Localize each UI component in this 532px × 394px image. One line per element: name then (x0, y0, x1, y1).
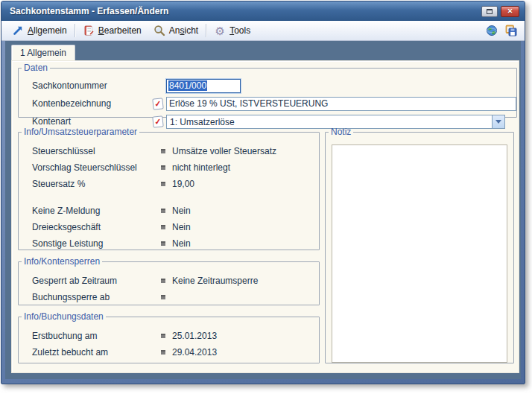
field-label: Sonstige Leistung (32, 238, 161, 249)
group-daten-legend: Daten (22, 63, 50, 73)
row-gesperrt-ab-zeitraum: Gesperrt ab Zeitraum Keine Zeitraumsperr… (19, 273, 319, 289)
field-value: 29.04.2013 (172, 347, 217, 358)
field-value: 19,00 (172, 179, 194, 189)
menu-bearbeiten-label: Bearbeiten (98, 25, 142, 36)
kontenbezeichnung-input[interactable] (166, 97, 516, 111)
field-value: Keine Zeitraumsperre (172, 276, 258, 286)
bullet-icon (161, 225, 165, 229)
toolbar-separator (75, 24, 75, 37)
field-value: Nein (172, 238, 191, 249)
field-label: Zuletzt bebucht am (32, 347, 161, 358)
app-window: Sachkontenstamm - Erfassen/Ändern ✕ Allg… (1, 1, 525, 384)
bullet-icon (161, 182, 165, 186)
restore-icon (487, 9, 493, 14)
gears-icon: ⚙ (214, 25, 226, 36)
close-icon: ✕ (507, 8, 513, 15)
sachkontonummer-value: 8401/000 (168, 80, 207, 91)
row-keine-z-meldung: Keine Z-Meldung Nein (19, 203, 319, 219)
group-daten: Daten Sachkontonummer 8401/000 Kontenbez… (18, 63, 517, 118)
row-dreiecksgeschaeft: Dreiecksgeschäft Nein (19, 219, 319, 235)
kontenart-label: Kontenart (32, 116, 153, 127)
magnifier-icon (153, 25, 165, 36)
row-erstbuchung-am: Erstbuchung am 25.01.2013 (19, 328, 319, 344)
bullet-icon (161, 279, 165, 283)
bullet-icon (161, 295, 165, 299)
save-icon[interactable] (505, 25, 517, 36)
field-value: Umsätze voller Steuersatz (172, 146, 276, 156)
menu-tools-label: Tools (229, 25, 250, 36)
restore-button[interactable] (481, 6, 498, 17)
globe-icon[interactable] (486, 25, 498, 36)
field-label: Gesperrt ab Zeitraum (32, 276, 161, 286)
toolbar: Allgemein Bearbeiten (1, 21, 525, 41)
row-steuersatz: Steuersatz % 19,00 (19, 176, 319, 192)
kontenart-check-icon[interactable]: ✓ (152, 115, 163, 127)
field-value: nicht hinterlegt (172, 162, 230, 173)
kontenart-selected-value: 1: Umsatzerlöse (167, 115, 492, 128)
row-kontenbezeichnung: Kontenbezeichnung ✓ (19, 95, 516, 112)
row-sonstige-leistung: Sonstige Leistung Nein (19, 235, 319, 252)
group-notiz: Notiz (325, 127, 514, 363)
notiz-textarea[interactable] (332, 144, 507, 363)
menu-ansicht-label: Ansicht (169, 25, 198, 36)
close-button[interactable]: ✕ (501, 6, 519, 17)
field-value: 25.01.2013 (172, 331, 217, 341)
window-title: Sachkontenstamm - Erfassen/Ändern (10, 6, 168, 16)
field-label: Dreiecksgeschäft (32, 222, 161, 232)
group-buchungsdaten-legend: Info/Buchungsdaten (22, 311, 106, 322)
menu-bearbeiten[interactable]: Bearbeiten (77, 23, 148, 38)
bullet-icon (161, 209, 165, 213)
titlebar: Sachkontenstamm - Erfassen/Ändern ✕ (1, 1, 525, 21)
field-label: Steuerschlüssel (32, 146, 161, 156)
bullet-icon (161, 350, 165, 355)
row-vorschlag-steuerschluessel: Vorschlag Steuerschlüssel nicht hinterle… (19, 159, 319, 176)
row-steuerschluessel: Steuerschlüssel Umsätze voller Steuersat… (19, 143, 319, 159)
field-label: Vorschlag Steuerschlüssel (32, 162, 161, 173)
field-label: Buchungssperre ab (32, 292, 161, 302)
group-kontensperren: Info/Kontensperren Gesperrt ab Zeitraum … (18, 256, 320, 305)
kontenbezeichnung-label: Kontenbezeichnung (32, 98, 153, 109)
group-kontensperren-legend: Info/Kontensperren (22, 256, 102, 267)
sachkontonummer-label: Sachkontonummer (32, 80, 153, 91)
field-value: Nein (172, 222, 191, 232)
arrow-up-right-icon (12, 25, 24, 36)
chevron-down-icon (495, 120, 501, 124)
row-buchungssperre-ab: Buchungssperre ab (19, 289, 319, 305)
kontenart-dropdown-button[interactable] (492, 115, 504, 128)
client-area: 1 Allgemein Daten Sachkontonummer 8401/0… (5, 41, 521, 379)
group-buchungsdaten: Info/Buchungsdaten Erstbuchung am 25.01.… (18, 311, 320, 363)
field-label: Erstbuchung am (32, 331, 161, 341)
group-notiz-legend: Notiz (329, 127, 353, 137)
menu-allgemein[interactable]: Allgemein (6, 23, 73, 38)
field-label: Steuersatz % (32, 179, 161, 189)
bullet-icon (161, 149, 165, 153)
menu-ansicht[interactable]: Ansicht (148, 23, 204, 38)
group-umsatzsteuerparameter: Info/Umsatzsteuerparameter Steuerschlüss… (18, 127, 320, 250)
field-value: Nein (172, 206, 191, 216)
bullet-icon (161, 241, 165, 246)
notebook-icon (83, 25, 95, 36)
sachkontonummer-input[interactable]: 8401/000 (166, 79, 241, 93)
row-sachkontonummer: Sachkontonummer 8401/000 (19, 77, 516, 94)
menu-allgemein-label: Allgemein (28, 25, 67, 36)
menu-tools[interactable]: ⚙ Tools (208, 23, 256, 38)
kontenbezeichnung-check-icon[interactable]: ✓ (152, 98, 163, 109)
row-zuletzt-bebucht-am: Zuletzt bebucht am 29.04.2013 (19, 344, 319, 360)
toolbar-separator (206, 24, 206, 37)
field-label: Keine Z-Meldung (32, 206, 161, 216)
group-umsatzsteuerparameter-legend: Info/Umsatzsteuerparameter (22, 127, 139, 137)
tab-page: Daten Sachkontonummer 8401/000 Kontenbez… (11, 60, 519, 373)
bullet-icon (161, 165, 165, 170)
bullet-icon (161, 334, 165, 338)
tab-allgemein[interactable]: 1 Allgemein (11, 45, 75, 60)
